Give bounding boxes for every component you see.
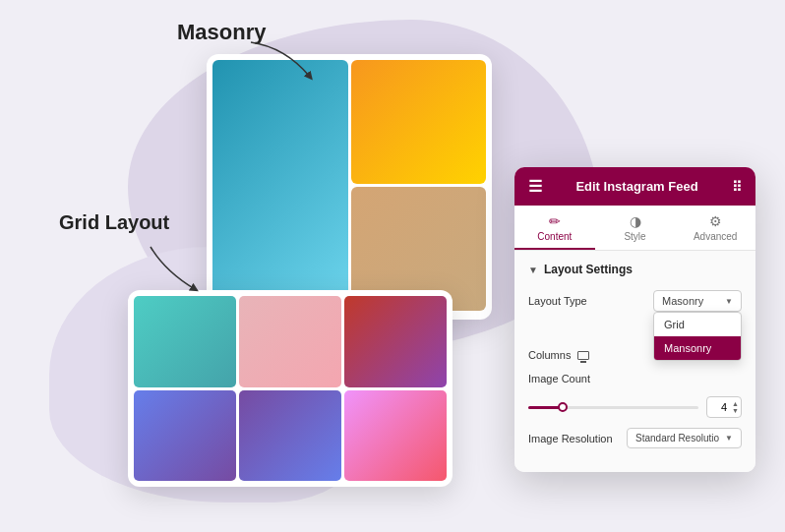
grid-img-arch — [239, 390, 341, 482]
content-tab-label: Content — [537, 231, 572, 242]
panel-header: ☰ Edit Instagram Feed ⠿ — [514, 167, 755, 206]
image-resolution-dropdown[interactable]: Standard Resolutio ▼ — [627, 428, 742, 448]
layout-settings-section: ▼ Layout Settings — [528, 263, 742, 276]
dropdown-arrow-icon: ▼ — [725, 297, 733, 306]
tab-content[interactable]: ✏ Content — [514, 206, 595, 250]
resolution-dropdown-arrow: ▼ — [725, 434, 733, 443]
masonry-preview-card — [207, 54, 492, 320]
advanced-tab-icon: ⚙ — [709, 213, 722, 229]
layout-type-value: Masonry — [662, 295, 703, 307]
image-count-value: 4 — [721, 401, 727, 413]
image-resolution-value: Standard Resolutio — [635, 433, 719, 443]
slider-track[interactable] — [528, 406, 698, 409]
chevron-icon: ▼ — [528, 265, 538, 275]
image-count-slider-container: 4 ▲ ▼ — [528, 396, 742, 418]
panel-title: Edit Instagram Feed — [542, 179, 732, 194]
advanced-tab-label: Advanced — [694, 231, 737, 242]
panel-body: ▼ Layout Settings Layout Type Masonry ▼ … — [514, 251, 755, 472]
slider-thumb[interactable] — [558, 402, 568, 412]
grid-arrow — [146, 242, 205, 296]
section-title-text: Layout Settings — [544, 263, 633, 276]
grid-img-cave — [344, 296, 447, 387]
style-tab-icon: ◑ — [630, 213, 641, 229]
dropdown-option-grid[interactable]: Grid — [654, 313, 741, 336]
columns-label: Columns — [528, 349, 589, 361]
settings-panel: ☰ Edit Instagram Feed ⠿ ✏ Content ◑ Styl… — [514, 167, 755, 472]
masonry-img-art — [351, 60, 487, 184]
masonry-img-ocean — [212, 60, 348, 311]
hamburger-icon[interactable]: ☰ — [528, 177, 542, 196]
tab-style[interactable]: ◑ Style — [595, 206, 676, 250]
layout-type-menu: Grid Mansonry — [653, 312, 742, 361]
monitor-icon — [577, 351, 589, 360]
dropdown-option-masonry[interactable]: Mansonry — [654, 336, 741, 360]
layout-type-row: Layout Type Masonry ▼ Grid Mansonry — [528, 290, 742, 312]
spinner-up[interactable]: ▲ — [732, 400, 739, 407]
style-tab-label: Style — [624, 231, 645, 242]
image-count-spinner[interactable]: 4 ▲ ▼ — [706, 396, 742, 418]
panel-tabs: ✏ Content ◑ Style ⚙ Advanced — [514, 206, 755, 251]
spinner-down[interactable]: ▼ — [732, 407, 739, 414]
grid-layout-label: Grid Layout — [59, 211, 169, 234]
grid-img-kayak — [134, 296, 236, 387]
grid-img-cup — [344, 390, 447, 482]
image-resolution-label: Image Resolution — [528, 433, 613, 444]
spinner-arrows[interactable]: ▲ ▼ — [732, 400, 739, 414]
layout-type-label: Layout Type — [528, 295, 587, 307]
layout-type-dropdown[interactable]: Masonry ▼ — [653, 290, 742, 312]
masonry-arrow — [246, 37, 325, 87]
grid-dots-icon[interactable]: ⠿ — [732, 179, 742, 195]
grid-img-dolphin — [134, 390, 236, 482]
content-tab-icon: ✏ — [549, 213, 561, 229]
image-count-label: Image Count — [528, 373, 590, 384]
tab-advanced[interactable]: ⚙ Advanced — [675, 206, 755, 250]
grid-img-dance — [239, 296, 341, 387]
image-count-row: Image Count — [528, 373, 742, 384]
grid-preview-card — [128, 290, 453, 487]
image-resolution-row: Image Resolution Standard Resolutio ▼ — [528, 428, 742, 448]
